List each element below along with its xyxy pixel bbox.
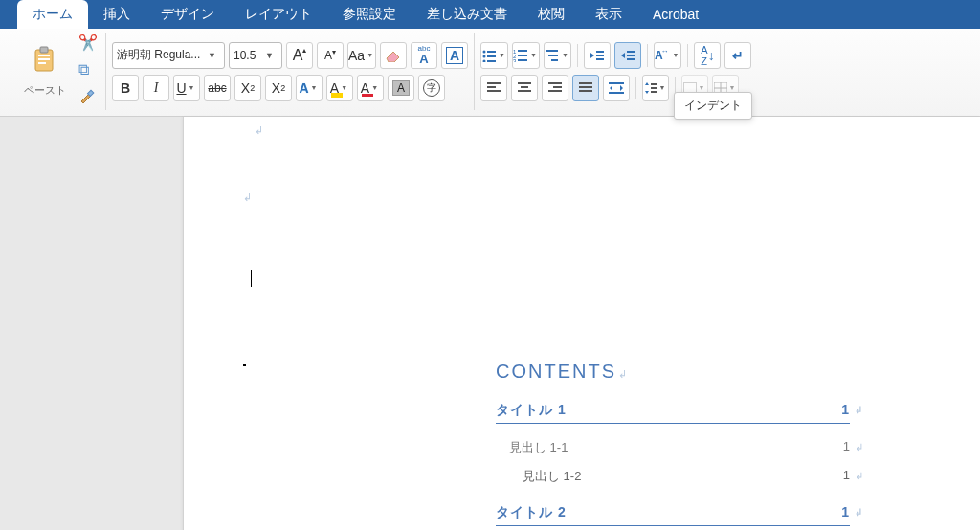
toc-entry-level1[interactable]: タイトル 11↲ [496, 402, 850, 424]
svg-rect-26 [627, 58, 635, 60]
increase-font-button[interactable]: A▴ [286, 42, 313, 69]
svg-rect-19 [548, 55, 558, 56]
svg-rect-27 [487, 82, 501, 84]
toc-heading: CONTENTS↲ [496, 361, 850, 383]
align-right-button[interactable] [542, 75, 568, 101]
tab-home[interactable]: ホーム [17, 0, 88, 29]
tab-references[interactable]: 参照設定 [327, 0, 412, 29]
toc-entry-level2[interactable]: 見出し 1-11↲ [496, 439, 850, 456]
tab-acrobat[interactable]: Acrobat [637, 1, 714, 28]
tab-insert[interactable]: 挿入 [88, 0, 145, 29]
svg-point-6 [483, 50, 486, 53]
svg-rect-39 [609, 82, 624, 84]
align-justify-button[interactable] [572, 75, 599, 101]
cut-icon[interactable]: ✂️ [78, 33, 98, 52]
increase-indent-button[interactable] [614, 42, 641, 69]
highlight-button[interactable]: A▼ [326, 75, 353, 101]
svg-rect-3 [38, 58, 50, 60]
font-name-combo[interactable]: 游明朝 Regula...▼ [112, 42, 225, 69]
format-painter-icon[interactable] [78, 88, 98, 109]
phonetic-guide-button[interactable]: abcA [411, 42, 437, 69]
svg-rect-2 [38, 55, 50, 56]
svg-rect-18 [546, 50, 558, 52]
enclosed-char-button[interactable]: 字 [418, 75, 445, 101]
svg-rect-7 [487, 51, 496, 53]
font-size-combo[interactable]: 10.5▼ [229, 42, 282, 69]
group-paragraph: ▼ 123▼ ▼ A↔▼ AZ↓ ↵ ▼ ▼ [475, 33, 757, 110]
group-clipboard: ペースト ✂️ ⧉ [8, 33, 106, 110]
char-shading-button[interactable]: A [388, 75, 414, 101]
svg-rect-41 [651, 83, 657, 85]
tab-mailings[interactable]: 差し込み文書 [412, 0, 523, 29]
svg-rect-38 [579, 90, 592, 92]
svg-rect-15 [518, 55, 527, 56]
toc-entry-level1[interactable]: タイトル 21↲ [496, 504, 850, 526]
ribbon: ペースト ✂️ ⧉ 游明朝 Regula...▼ 10.5▼ A▴ A▾ Aa▼ [0, 29, 980, 117]
font-color-button[interactable]: A▼ [357, 75, 384, 101]
text-cursor [251, 270, 252, 287]
paragraph-mark-icon: ↲ [243, 191, 252, 204]
svg-point-8 [483, 55, 486, 57]
sort-button[interactable]: AZ↓ [694, 42, 721, 69]
char-border-button[interactable]: A [441, 42, 468, 69]
anchor-dot [243, 364, 246, 366]
svg-rect-1 [40, 47, 48, 53]
document-workspace: ↲ ↲ CONTENTS↲ タイトル 11↲ 見出し 1-11↲ 見出し 1-2… [0, 117, 980, 530]
tab-design[interactable]: デザイン [145, 0, 230, 29]
paragraph-mark-icon: ↲ [255, 124, 263, 137]
svg-rect-21 [596, 51, 604, 53]
italic-button[interactable]: I [143, 75, 169, 101]
line-spacing-button[interactable]: ▼ [642, 75, 669, 101]
subscript-button[interactable]: X2 [234, 75, 261, 101]
svg-rect-13 [518, 50, 527, 52]
svg-rect-28 [487, 86, 496, 88]
decrease-font-button[interactable]: A▾ [317, 42, 344, 69]
svg-rect-31 [521, 86, 528, 88]
strikethrough-button[interactable]: abc [204, 75, 231, 101]
numbering-button[interactable]: 123▼ [512, 42, 540, 69]
chevron-down-icon[interactable]: ▼ [204, 51, 220, 60]
svg-point-10 [483, 59, 486, 62]
svg-rect-42 [651, 87, 657, 89]
bullets-button[interactable]: ▼ [480, 42, 508, 69]
change-case-button[interactable]: Aa▼ [347, 42, 376, 69]
align-left-button[interactable] [480, 75, 507, 101]
multilevel-button[interactable]: ▼ [544, 42, 571, 69]
copy-icon[interactable]: ⧉ [78, 61, 98, 78]
numbering-icon: 123 [513, 49, 528, 62]
table-of-contents[interactable]: CONTENTS↲ タイトル 11↲ 見出し 1-11↲ 見出し 1-21↲ タ… [496, 361, 850, 530]
tab-layout[interactable]: レイアウト [230, 0, 327, 29]
eraser-icon [385, 49, 402, 62]
show-hide-marks-button[interactable]: ↵ [724, 42, 751, 69]
svg-rect-37 [579, 86, 592, 88]
line-spacing-icon [644, 81, 657, 95]
chevron-down-icon[interactable]: ▼ [261, 51, 278, 60]
multilevel-icon [545, 49, 560, 62]
decrease-indent-button[interactable] [584, 42, 611, 69]
tab-view[interactable]: 表示 [580, 0, 637, 29]
svg-rect-35 [548, 90, 562, 92]
underline-button[interactable]: U▼ [173, 75, 200, 101]
svg-rect-43 [651, 91, 657, 93]
distribute-button[interactable] [603, 75, 630, 101]
indent-icon [620, 49, 635, 62]
group-font: 游明朝 Regula...▼ 10.5▼ A▴ A▾ Aa▼ abcA A B … [106, 33, 475, 110]
paste-label: ペースト [24, 83, 66, 98]
text-effects-button[interactable]: A▼ [296, 75, 323, 101]
svg-rect-9 [487, 55, 496, 57]
paste-icon[interactable] [32, 46, 58, 79]
tab-review[interactable]: 校閲 [523, 0, 580, 29]
bold-button[interactable]: B [112, 75, 139, 101]
menu-bar: ホーム 挿入 デザイン レイアウト 参照設定 差し込み文書 校閲 表示 Acro… [0, 0, 980, 29]
svg-rect-20 [551, 59, 558, 61]
svg-rect-4 [38, 62, 46, 64]
outdent-icon [590, 49, 605, 62]
bullets-icon [481, 49, 497, 62]
clear-format-button[interactable] [380, 42, 407, 69]
svg-rect-40 [609, 92, 624, 94]
toc-entry-level3[interactable]: 見出し 1-21↲ [496, 468, 850, 485]
superscript-button[interactable]: X2 [265, 75, 292, 101]
svg-text:3: 3 [513, 58, 517, 62]
asian-layout-button[interactable]: A↔▼ [654, 42, 682, 69]
align-center-button[interactable] [511, 75, 538, 101]
